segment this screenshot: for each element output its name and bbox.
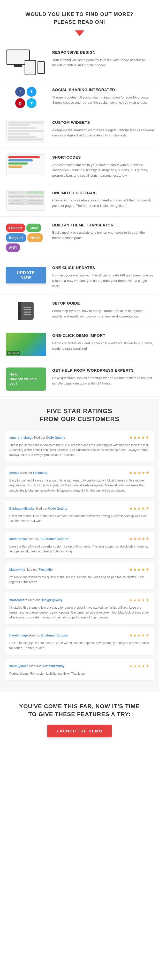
sidebar-cell: Additional Sidebar 2 <box>26 195 44 198</box>
feature-title: SHORTCODES <box>52 154 154 161</box>
review-text: So far, these guys are on their A-Game w… <box>9 641 150 651</box>
feature-title: GET HELP FROM WORDPRESS EXPERTS <box>52 368 154 374</box>
sidebar-cell: Additional Sidebar 3 <box>26 199 44 202</box>
feature-description: Throne provides full social sharing inte… <box>52 95 154 106</box>
review-item: ptxmjo liked our Flexibility ★★★★★ Easy … <box>5 466 154 497</box>
star-rating: ★★★★★ <box>129 566 150 573</box>
feature-title: SOCIAL SHARING INTEGRATED <box>52 87 154 93</box>
tablet-icon <box>24 60 36 75</box>
feature-title: RESPONSIVE DESIGN <box>52 49 154 56</box>
review-header: Masutwilly liked our Flexibility ★★★★★ <box>9 566 150 573</box>
sidebar-row: Additional Sidebar 1 Additional Sidebar … <box>8 202 44 205</box>
feature-description: Easily modify or translate any text on y… <box>52 230 154 241</box>
star-rating: ★★★★★ <box>129 434 150 441</box>
feature-description: Connect your website with the official E… <box>52 273 154 289</box>
reviewer-name: theohmpage <box>9 634 28 637</box>
review-category: Code Quality <box>48 507 67 511</box>
widget-row <box>8 127 37 129</box>
feature-description: Add complex elements to your content eas… <box>52 162 154 178</box>
feature-unlimited-sidebars: Default Sidebar Additional Sidebar 1 Def… <box>0 185 159 216</box>
update-now-container: UPDATE NOW <box>6 265 46 285</box>
reviewer-name: metin-yilmaz <box>9 664 28 668</box>
progress-bar-red <box>8 156 40 158</box>
reviewer-info: stefandreyer liked our Customer Support <box>9 537 69 541</box>
feature-custom-widgets: CUSTOM WIDGETS Alongside the standard Wo… <box>0 114 159 149</box>
feature-theme-translator: Привет! Ciao! Bonjour! Hello! 您好! BUILT-… <box>0 216 159 259</box>
twitter-icon: 𝕥 <box>27 87 37 97</box>
reviewer-name: ptxmjo <box>9 471 19 475</box>
setup-guide-image <box>5 301 47 321</box>
review-item: Masutwilly liked our Flexibility ★★★★★ I… <box>5 562 154 589</box>
widget-row <box>8 133 29 135</box>
review-text: Love the flexibility and powerful custom… <box>9 544 150 554</box>
review-text: This is the second meks template that I'… <box>9 443 150 458</box>
reviewer-info: mortentuam liked our Design Quality <box>9 598 62 603</box>
translator-illustration: Привет! Ciao! Bonjour! Hello! 您好! <box>6 222 46 253</box>
review-item: stefandreyer liked our Customer Support … <box>5 532 154 558</box>
review-header: superchrisknigt liked our Code Quality ★… <box>9 434 150 441</box>
widget-row <box>8 124 29 126</box>
social-sharing-content: SOCIAL SHARING INTEGRATED Throne provide… <box>52 87 154 105</box>
sidebar-cell: Default Sidebar <box>8 191 26 194</box>
progress-bar-orange <box>8 165 22 168</box>
feature-social-sharing: f 𝕥 𝐩 𝐯 SOCIAL SHARING INTEGRATED Throne… <box>0 81 159 114</box>
page-title: WOULD YOU LIKE TO FIND OUT MORE? PLEASE … <box>5 10 154 26</box>
feature-description: Have questions, issues or feature ideas?… <box>52 375 154 386</box>
feature-description: Your content will scale perfectly to sui… <box>52 57 154 68</box>
review-header: metin-yilmaz liked our Customizability ★… <box>9 663 150 669</box>
review-item: superchrisknigt liked our Code Quality ★… <box>5 430 154 462</box>
translator-content: BUILT-IN THEME TRANSLATOR Easily modify … <box>52 222 154 241</box>
book-spine <box>18 302 21 320</box>
reviewer-name: BakingandBooks <box>9 507 35 511</box>
chat-hello-text: Hello, <box>10 372 42 377</box>
help-image: Hello, How can we help you? <box>5 368 47 391</box>
liked-text: liked our <box>28 598 40 602</box>
launch-demo-button[interactable]: LAUNCH THE DEMO <box>47 725 112 737</box>
page-header: WOULD YOU LIKE TO FIND OUT MORE? PLEASE … <box>0 0 159 41</box>
review-item: theohmpage liked our Customer Support ★★… <box>5 628 154 654</box>
speech-bubble-privet: Привет! <box>6 224 25 232</box>
social-sharing-image: f 𝕥 𝐩 𝐯 <box>5 87 47 108</box>
reviewer-info: Masutwilly liked our Flexibility <box>9 567 53 572</box>
review-text: Excellent theme! One of the best I've ev… <box>9 514 150 523</box>
sidebars-image: Default Sidebar Additional Sidebar 1 Def… <box>5 190 47 211</box>
sidebars-illustration: Default Sidebar Additional Sidebar 1 Def… <box>6 190 45 211</box>
translator-image: Привет! Ciao! Bonjour! Hello! 您好! <box>5 222 47 253</box>
review-category: Customer Support <box>41 537 69 541</box>
star-rating: ★★★★★ <box>129 632 150 638</box>
feature-title: CUSTOM WIDGETS <box>52 120 154 126</box>
review-header: mortentuam liked our Design Quality ★★★★… <box>9 597 150 603</box>
update-now-button[interactable]: UPDATE NOW <box>6 267 46 283</box>
feature-title: ONE-CLICK DEMO IMPORT <box>52 332 154 339</box>
book-lines <box>24 307 31 315</box>
review-item: mortentuam liked our Design Quality ★★★★… <box>5 593 154 624</box>
sidebar-cell: Additional Sidebar 1 <box>26 191 44 194</box>
reviewer-info: metin-yilmaz liked our Customizability <box>9 664 64 668</box>
feature-title: UNLIMITED SIDEBARS <box>52 190 154 196</box>
progress-bar-blue <box>8 159 33 161</box>
star-rating: ★★★★★ <box>129 597 150 603</box>
feature-description: Alongside the standard WordPress widgets… <box>52 128 154 138</box>
shortcodes-image <box>5 154 47 175</box>
vine-icon: 𝐯 <box>27 98 37 108</box>
review-text: I installed this theme a few days ago fo… <box>9 605 150 620</box>
feature-title: SETUP GUIDE <box>52 301 154 306</box>
speech-bubble-bonjour: Bonjour! <box>6 233 26 242</box>
features-section: RESPONSIVE DESIGN Your content will scal… <box>0 41 159 399</box>
reviewer-name: superchrisknigt <box>9 436 32 439</box>
demo-label: demo content <box>7 351 20 355</box>
book-line <box>24 309 31 310</box>
custom-widgets-content: CUSTOM WIDGETS Alongside the standard Wo… <box>52 120 154 138</box>
sidebar-cell: Footer <box>8 199 26 202</box>
review-category: Code Quality <box>46 436 65 439</box>
sidebar-row: Default Sidebar Additional Sidebar 1 <box>8 191 44 194</box>
demo-overlay: demo content <box>6 332 46 356</box>
review-text: Perfect theme! Full customizability and … <box>9 671 150 676</box>
widget-row <box>8 121 43 124</box>
sidebar-row: Default Sticky Sidebar Additional Sideba… <box>8 195 44 198</box>
liked-text: liked our <box>35 507 47 511</box>
cta-section: YOU'VE COME THIS FAR, NOW IT'S TIME TO G… <box>0 692 159 748</box>
liked-text: liked our <box>29 537 40 541</box>
demo-import-image: demo content <box>5 332 47 356</box>
reviewer-name: stefandreyer <box>9 537 28 541</box>
